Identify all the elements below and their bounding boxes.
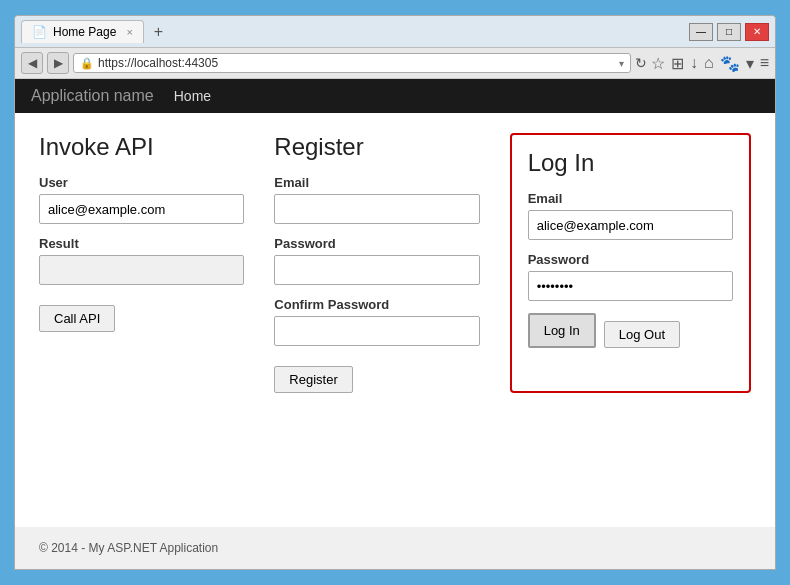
extensions-icon[interactable]: 🐾 [720,54,740,73]
nav-link-home[interactable]: Home [174,88,211,104]
invoke-api-section: Invoke API User Result Call API [39,133,244,393]
register-password-group: Password [274,236,479,285]
minimize-button[interactable]: — [689,23,713,41]
menu-icon[interactable]: ≡ [760,54,769,72]
login-button[interactable]: Log In [528,313,596,348]
window-controls: — □ ✕ [689,23,769,41]
register-title: Register [274,133,479,161]
user-label: User [39,175,244,190]
url-bar[interactable]: 🔒 https://localhost:44305 ▾ [73,53,631,73]
clipboard-icon[interactable]: ⊞ [671,54,684,73]
tab-close-btn[interactable]: × [126,26,132,38]
download-icon[interactable]: ↓ [690,54,698,72]
register-confirm-group: Confirm Password [274,297,479,346]
login-title: Log In [528,149,733,177]
address-bar: ◀ ▶ 🔒 https://localhost:44305 ▾ ↻ ☆ ⊞ ↓ … [15,48,775,79]
login-password-label: Password [528,252,733,267]
home-icon[interactable]: ⌂ [704,54,714,72]
star-icon[interactable]: ☆ [651,54,665,73]
refresh-button[interactable]: ↻ [635,55,647,71]
register-email-input[interactable] [274,194,479,224]
refresh-icon: ↻ [635,55,647,71]
invoke-api-title: Invoke API [39,133,244,161]
register-password-label: Password [274,236,479,251]
tab-icon: 📄 [32,25,47,39]
url-dropdown-icon: ▾ [619,58,624,69]
browser-tab[interactable]: 📄 Home Page × [21,20,144,43]
register-email-group: Email [274,175,479,224]
close-button[interactable]: ✕ [745,23,769,41]
back-icon: ◀ [28,56,37,70]
dropdown-icon[interactable]: ▾ [746,54,754,73]
login-password-input[interactable] [528,271,733,301]
result-label: Result [39,236,244,251]
app-name: Application name [31,87,154,105]
register-password-input[interactable] [274,255,479,285]
user-input[interactable] [39,194,244,224]
forward-button[interactable]: ▶ [47,52,69,74]
register-section: Register Email Password Confirm Password… [274,133,479,393]
title-bar: 📄 Home Page × + — □ ✕ [15,16,775,48]
toolbar-icons: ☆ ⊞ ↓ ⌂ 🐾 ▾ ≡ [651,54,769,73]
forward-icon: ▶ [54,56,63,70]
url-text: https://localhost:44305 [98,56,615,70]
user-form-group: User [39,175,244,224]
logout-button[interactable]: Log Out [604,321,680,348]
new-tab-button[interactable]: + [148,21,169,43]
call-api-button[interactable]: Call API [39,305,115,332]
register-email-label: Email [274,175,479,190]
login-email-input[interactable] [528,210,733,240]
lock-icon: 🔒 [80,57,94,70]
login-email-group: Email [528,191,733,240]
tab-title: Home Page [53,25,116,39]
login-section: Log In Email Password Log In Log Out [510,133,751,393]
footer: © 2014 - My ASP.NET Application [15,527,775,569]
register-confirm-input[interactable] [274,316,479,346]
back-button[interactable]: ◀ [21,52,43,74]
login-btn-group: Log In Log Out [528,313,733,348]
result-form-group: Result [39,236,244,285]
nav-bar: Application name Home [15,79,775,113]
restore-button[interactable]: □ [717,23,741,41]
register-confirm-label: Confirm Password [274,297,479,312]
login-password-group: Password [528,252,733,301]
page-content: Invoke API User Result Call API Register… [15,113,775,527]
register-button[interactable]: Register [274,366,352,393]
result-input [39,255,244,285]
login-email-label: Email [528,191,733,206]
footer-text: © 2014 - My ASP.NET Application [39,541,218,555]
